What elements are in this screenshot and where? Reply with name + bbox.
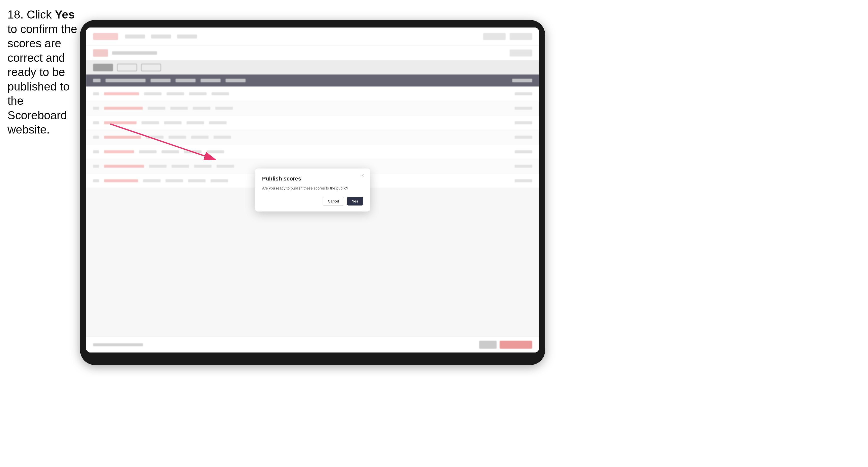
instruction-suffix: to confirm the scores are correct and re… — [7, 23, 77, 136]
tablet-device: × Publish scores Are you ready to publis… — [80, 20, 545, 365]
modal-overlay: × Publish scores Are you ready to publis… — [86, 28, 539, 352]
instruction-bold: Yes — [55, 8, 74, 21]
instruction-prefix: Click — [27, 8, 55, 21]
dialog-footer: Cancel Yes — [262, 197, 363, 206]
tablet-frame: × Publish scores Are you ready to publis… — [80, 20, 545, 365]
cancel-button[interactable]: Cancel — [322, 197, 344, 206]
instruction-text: 18. Click Yes to confirm the scores are … — [7, 7, 78, 137]
dialog-title: Publish scores — [262, 176, 363, 182]
dialog-body: Are you ready to publish these scores to… — [262, 186, 363, 191]
step-number: 18. — [7, 8, 24, 21]
publish-scores-dialog: × Publish scores Are you ready to publis… — [255, 168, 370, 212]
tablet-screen: × Publish scores Are you ready to publis… — [86, 28, 539, 352]
yes-button[interactable]: Yes — [347, 197, 363, 206]
dialog-close-button[interactable]: × — [360, 173, 366, 179]
